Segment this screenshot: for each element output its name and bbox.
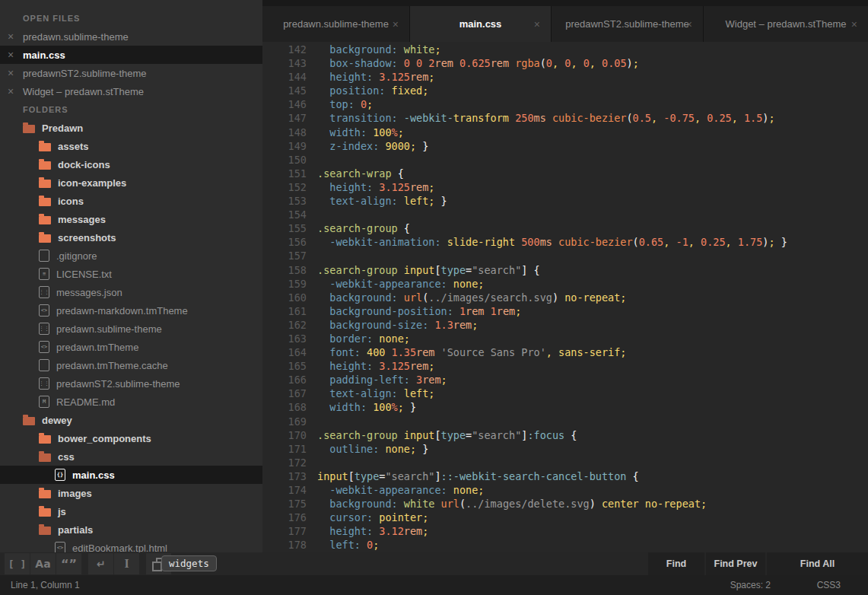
code-token: ; (422, 525, 428, 537)
find-button-find-prev[interactable]: Find Prev (706, 552, 765, 575)
code-token: ms (540, 236, 552, 248)
code-text: -webkit-appearance: none; (307, 483, 484, 497)
syntax-status[interactable]: CSS3 (817, 580, 841, 590)
tab-widget-predawn-sttheme[interactable]: Widget – predawn.stTheme× (703, 6, 868, 42)
open-files-header: OPEN FILES (0, 9, 262, 27)
code-token: ; (404, 332, 410, 345)
tree-folder-css[interactable]: css (0, 447, 262, 466)
tree-file-editbookmark-tpl-html[interactable]: <>editBookmark.tpl.html (0, 539, 262, 552)
tree-folder-bower-components[interactable]: bower_components (0, 429, 262, 447)
code-line: 143box-shadow: 0 0 2rem 0.625rem rgba(0,… (262, 56, 868, 70)
in-selection-icon[interactable]: I (114, 553, 139, 574)
tree-folder-predawn[interactable]: Predawn (0, 119, 262, 137)
tree-file-predawn-tmtheme-cache[interactable]: predawn.tmTheme.cache (0, 356, 262, 374)
tree-folder-js[interactable]: js (0, 502, 262, 520)
tab-close-icon[interactable]: × (686, 18, 692, 30)
line-number: 156 (262, 235, 307, 249)
code-token: 0.65 (639, 236, 664, 248)
tab-close-icon[interactable]: × (851, 18, 857, 30)
tab-main-css[interactable]: main.css× (409, 6, 551, 42)
code-line: 157 (262, 249, 868, 262)
code-line: 165height: 3.125rem; (262, 359, 868, 373)
code-text: -webkit-animation: slide-right 500ms cub… (307, 235, 787, 249)
tab-predawnst2-sublime-theme[interactable]: predawnST2.sublime-theme× (551, 6, 703, 42)
tab-label: main.css (459, 18, 502, 30)
folder-open-icon (23, 417, 35, 425)
open-file-item[interactable]: ×predawnST2.sublime-theme (0, 64, 262, 82)
code-line: 158.search-group input[type="search"] { (262, 263, 868, 277)
tree-file-predawn-sublime-theme[interactable]: ⋮⋮predawn.sublime-theme (0, 320, 262, 338)
tab-close-icon[interactable]: × (534, 18, 540, 30)
open-file-item[interactable]: ×Widget – predawn.stTheme (0, 82, 262, 100)
code-token: [ (348, 470, 355, 482)
line-number: 177 (262, 524, 307, 538)
code-token (546, 112, 552, 124)
code-token: background: (329, 291, 404, 304)
code-token: } (781, 236, 787, 248)
open-file-item[interactable]: ×main.css (0, 46, 262, 64)
file-icon: ⋮⋮ (39, 377, 49, 390)
code-token: slide-right (447, 236, 515, 248)
code-token: , (688, 236, 701, 248)
tab-close-icon[interactable]: × (393, 18, 399, 30)
line-number: 149 (262, 139, 307, 153)
code-token: height: (329, 360, 379, 372)
find-button-find-all[interactable]: Find All (767, 552, 868, 575)
code-token: , (590, 57, 602, 69)
tree-folder-icon-examples[interactable]: icon-examples (0, 173, 262, 192)
tree-folder-dock-icons[interactable]: dock-icons (0, 155, 262, 173)
tree-folder-images[interactable]: images (0, 484, 262, 502)
code-editor[interactable]: 142background: white;143box-shadow: 0 0 … (262, 42, 868, 553)
find-button-find[interactable]: Find (648, 552, 704, 575)
code-token (552, 236, 558, 248)
tree-file-gitignore[interactable]: .gitignore (0, 247, 262, 265)
tree-file-messages-json[interactable]: ⋮⋮messages.json (0, 283, 262, 301)
regex-icon[interactable]: [ ] (5, 553, 30, 574)
indent-status[interactable]: Spaces: 2 (730, 580, 771, 590)
code-text: background-position: 1rem 1rem; (307, 304, 521, 318)
code-token: 9000 (385, 140, 410, 152)
line-number: 152 (262, 180, 307, 194)
code-token: } (422, 443, 428, 455)
tree-folder-label: partials (58, 524, 93, 536)
tree-folder-screenshots[interactable]: screenshots (0, 228, 262, 247)
code-token: 3.12 (379, 525, 404, 537)
tree-file-predawn-markdown-tmtheme[interactable]: <>predawn-markdown.tmTheme (0, 301, 262, 320)
code-token: 0 (583, 57, 590, 69)
code-token (453, 57, 459, 69)
wrap-icon[interactable]: ↵ (88, 553, 113, 574)
whole-word-icon[interactable]: “” (56, 553, 81, 574)
tree-folder-icons[interactable]: icons (0, 192, 262, 210)
code-token: ; (441, 374, 447, 386)
code-text: top: 0; (307, 97, 373, 111)
tab-predawn-sublime-theme[interactable]: predawn.sublime-theme× (262, 6, 409, 42)
code-line: 177height: 3.12rem; (262, 524, 868, 538)
tree-folder-label: icon-examples (58, 177, 126, 189)
code-token: , (552, 57, 564, 69)
tree-folder-messages[interactable]: messages (0, 210, 262, 228)
tree-file-readme-md[interactable]: MREADME.md (0, 393, 262, 411)
line-number: 148 (262, 126, 307, 139)
close-file-icon[interactable]: × (8, 49, 23, 60)
tree-folder-assets[interactable]: assets (0, 137, 262, 155)
tree-file-license-txt[interactable]: ≡LICENSE.txt (0, 265, 262, 283)
close-file-icon[interactable]: × (8, 86, 23, 97)
code-token (515, 236, 521, 248)
close-file-icon[interactable]: × (8, 31, 23, 42)
case-sensitive-icon[interactable]: Aa (30, 553, 56, 574)
code-token: background: (329, 43, 404, 56)
close-file-icon[interactable]: × (8, 68, 23, 78)
code-line: 171outline: none; } (262, 442, 868, 456)
open-file-item[interactable]: ×predawn.sublime-theme (0, 27, 262, 46)
tree-file-main-css[interactable]: {}main.css (0, 466, 262, 484)
tree-file-predawnst2-sublime-theme[interactable]: ⋮⋮predawnST2.sublime-theme (0, 374, 262, 393)
code-token: left: (329, 539, 367, 551)
code-token: 3.125 (379, 71, 410, 83)
tree-file-predawn-tmtheme[interactable]: <>predawn.tmTheme (0, 338, 262, 356)
tree-folder-partials[interactable]: partials (0, 520, 262, 539)
search-input[interactable]: widgets (161, 555, 217, 571)
line-number: 168 (262, 400, 307, 414)
file-icon: ⋮⋮ (39, 323, 49, 335)
tree-folder-dewey[interactable]: dewey (0, 411, 262, 429)
code-text: transition: -webkit-transform 250ms cubi… (307, 111, 775, 125)
